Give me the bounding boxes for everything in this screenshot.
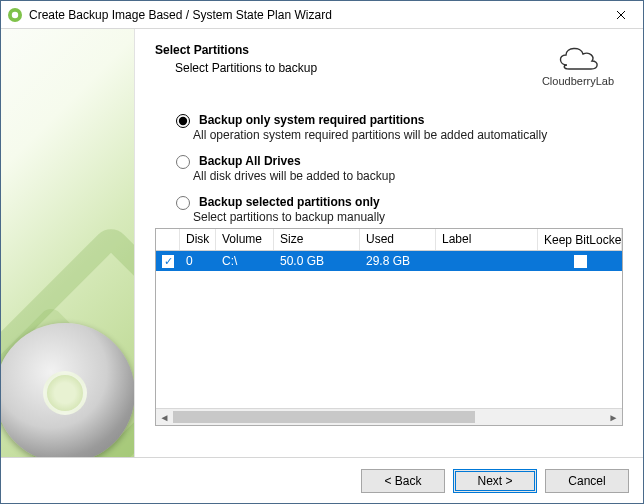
cancel-button[interactable]: Cancel xyxy=(545,469,629,493)
page-subtitle: Select Partitions to backup xyxy=(175,61,533,75)
cell-disk: 0 xyxy=(180,254,216,268)
back-button[interactable]: < Back xyxy=(361,469,445,493)
option-label: Backup only system required partitions xyxy=(199,113,424,127)
col-keep-bitlocker[interactable]: Keep BitLocker xyxy=(538,229,622,250)
option-system-required: Backup only system required partitions A… xyxy=(171,111,623,142)
scroll-track[interactable] xyxy=(173,409,605,426)
col-used[interactable]: Used xyxy=(360,229,436,250)
option-selected-only-radio[interactable]: Backup selected partitions only xyxy=(171,193,623,210)
option-label: Backup selected partitions only xyxy=(199,195,380,209)
cell-used: 29.8 GB xyxy=(360,254,436,268)
option-label: Backup All Drives xyxy=(199,154,301,168)
option-desc: All disk drives will be added to backup xyxy=(193,169,623,183)
col-size[interactable]: Size xyxy=(274,229,360,250)
scroll-left-arrow[interactable]: ◄ xyxy=(156,409,173,426)
wizard-window: Create Backup Image Based / System State… xyxy=(0,0,644,504)
option-all-drives: Backup All Drives All disk drives will b… xyxy=(171,152,623,183)
disc-graphic xyxy=(1,323,135,457)
col-checkbox[interactable] xyxy=(156,229,180,250)
row-checkbox[interactable] xyxy=(162,255,174,268)
window-title: Create Backup Image Based / System State… xyxy=(29,8,599,22)
svg-point-1 xyxy=(12,11,18,17)
brand-logo: CloudberryLab xyxy=(533,43,623,87)
app-icon xyxy=(7,7,23,23)
table-row[interactable]: 0 C:\ 50.0 GB 29.8 GB xyxy=(156,251,622,271)
options-group: Backup only system required partitions A… xyxy=(171,111,623,426)
option-desc: All operation system required partitions… xyxy=(193,128,623,142)
col-volume[interactable]: Volume xyxy=(216,229,274,250)
cell-volume: C:\ xyxy=(216,254,274,268)
col-disk[interactable]: Disk xyxy=(180,229,216,250)
titlebar: Create Backup Image Based / System State… xyxy=(1,1,643,29)
option-selected-only: Backup selected partitions only Select p… xyxy=(171,193,623,224)
option-system-required-radio[interactable]: Backup only system required partitions xyxy=(171,111,623,128)
next-button[interactable]: Next > xyxy=(453,469,537,493)
cell-size: 50.0 GB xyxy=(274,254,360,268)
scroll-right-arrow[interactable]: ► xyxy=(605,409,622,426)
horizontal-scrollbar[interactable]: ◄ ► xyxy=(156,408,622,425)
grid-body: 0 C:\ 50.0 GB 29.8 GB xyxy=(156,251,622,408)
row-keep-bitlocker-checkbox[interactable] xyxy=(574,255,587,268)
col-label[interactable]: Label xyxy=(436,229,538,250)
scroll-thumb[interactable] xyxy=(173,411,475,423)
body: Select Partitions Select Partitions to b… xyxy=(1,29,643,457)
page-title: Select Partitions xyxy=(155,43,533,57)
grid-header: Disk Volume Size Used Label Keep BitLock… xyxy=(156,229,622,251)
option-all-drives-radio[interactable]: Backup All Drives xyxy=(171,152,623,169)
partitions-grid: Disk Volume Size Used Label Keep BitLock… xyxy=(155,228,623,426)
option-desc: Select partitions to backup manually xyxy=(193,210,623,224)
side-banner xyxy=(1,29,135,457)
brand-name: CloudberryLab xyxy=(533,75,623,87)
main-panel: Select Partitions Select Partitions to b… xyxy=(135,29,643,457)
footer: < Back Next > Cancel xyxy=(1,457,643,503)
close-button[interactable] xyxy=(599,1,643,29)
